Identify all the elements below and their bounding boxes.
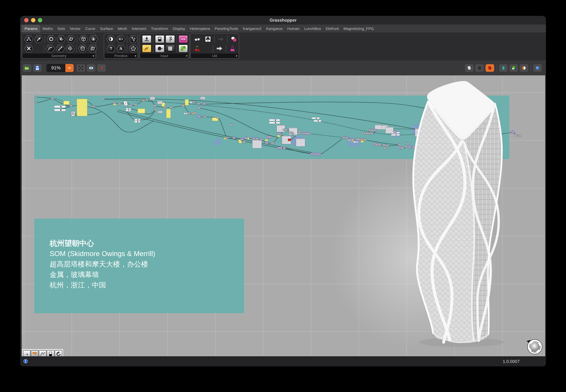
group-separator <box>177 44 177 53</box>
menu-tab-panelingtools[interactable]: PanelingTools <box>212 25 240 32</box>
component-cherry[interactable] <box>193 44 202 53</box>
menu-tab-elefront[interactable]: Elefront <box>323 25 341 32</box>
canvas[interactable]: 杭州望朝中心 SOM (Skidmore Owings & Merrill)超高… <box>22 75 545 356</box>
component-vector[interactable] <box>34 35 43 43</box>
panel-expand-arrow[interactable]: ▾ <box>236 54 237 58</box>
menu-tab-sets[interactable]: Sets <box>55 25 68 32</box>
component-treepath[interactable] <box>129 35 138 43</box>
menu-tab-heteroptera[interactable]: Heteroptera <box>188 25 212 32</box>
menu-tab-curve[interactable]: Curve <box>83 25 98 32</box>
menu-tab-surface[interactable]: Surface <box>98 25 115 32</box>
component-slider[interactable] <box>142 35 151 43</box>
component-cylinder[interactable] <box>78 44 87 53</box>
panel-expand-arrow[interactable]: ▾ <box>186 54 188 58</box>
project-info-line: 金属，玻璃幕墙 <box>50 269 155 280</box>
menu-tab-params[interactable]: Params <box>22 25 40 32</box>
blobteal-button[interactable] <box>499 64 508 72</box>
menu-tab-mesh[interactable]: Mesh <box>116 25 129 32</box>
component-arc[interactable] <box>46 44 55 53</box>
alert-icon[interactable] <box>23 358 29 365</box>
sphereorange-icon <box>521 65 527 71</box>
component-text[interactable]: A <box>116 44 125 53</box>
panel-util: Util▾ <box>190 33 239 59</box>
svg-text:7: 7 <box>110 46 112 51</box>
folder-button[interactable] <box>23 64 31 72</box>
title-bar[interactable]: Grasshopper <box>20 16 546 25</box>
component-jam[interactable] <box>229 35 238 43</box>
point-icon <box>26 36 32 42</box>
component-swatch[interactable] <box>179 44 188 53</box>
component-mesh[interactable] <box>89 35 98 43</box>
component-integer[interactable]: 7 <box>106 44 116 53</box>
component-boolean[interactable] <box>106 35 116 43</box>
menu-tab-display[interactable]: Display <box>170 25 188 32</box>
component-panel[interactable] <box>155 35 164 43</box>
component-field[interactable] <box>66 44 75 53</box>
component-line[interactable] <box>56 44 65 53</box>
menu-tab-intersect[interactable]: Intersect <box>129 25 149 32</box>
component-circle[interactable] <box>47 35 56 43</box>
menu-tab-magnetizing_fpg[interactable]: Magnetizing_FPG <box>341 25 376 32</box>
component-arrowdark[interactable] <box>216 35 226 43</box>
zoom-level-field[interactable]: 91% <box>46 64 65 72</box>
component-valuelist[interactable] <box>165 44 175 53</box>
menu-tab-maths[interactable]: Maths <box>40 25 55 32</box>
panel-row <box>142 44 188 53</box>
wiredraw-button[interactable] <box>39 350 46 356</box>
menu-tab-vector[interactable]: Vector <box>68 25 83 32</box>
menu-tab-kangaroo[interactable]: Kangaroo <box>264 25 285 32</box>
canvas-compass-ball[interactable] <box>523 336 543 356</box>
component-box[interactable] <box>79 35 88 43</box>
panel-row <box>24 44 97 53</box>
drip-button[interactable] <box>31 350 38 356</box>
panel-expand-arrow[interactable]: ▾ <box>135 54 136 58</box>
node-group-region[interactable] <box>34 96 509 159</box>
menu-tab-human[interactable]: Human <box>285 25 302 32</box>
drip-icon <box>32 351 38 356</box>
extents-icon <box>78 65 84 71</box>
component-surface[interactable] <box>88 44 97 53</box>
menu-tab-lunchbox[interactable]: LunchBox <box>302 25 323 32</box>
surface-icon <box>89 45 96 52</box>
cylred-icon <box>487 65 493 71</box>
component-xyz[interactable] <box>24 44 33 53</box>
blobgreen-button[interactable] <box>509 64 518 72</box>
eye-button[interactable] <box>87 64 95 72</box>
panel-row <box>192 44 238 53</box>
project-info-line: SOM (Skidmore Owings & Merrill) <box>50 249 155 259</box>
panel-row <box>24 35 98 43</box>
box-icon <box>80 36 87 42</box>
cylred-button[interactable] <box>486 64 494 72</box>
panel-label: Primitive <box>105 54 137 58</box>
component-glasses[interactable] <box>193 35 202 43</box>
project-info-group[interactable]: 杭州望朝中心 SOM (Skidmore Owings & Merrill)超高… <box>34 219 244 313</box>
component-spiral[interactable] <box>57 35 66 43</box>
component-scribble[interactable] <box>142 44 151 53</box>
component-arrowlight[interactable] <box>215 44 224 53</box>
component-knob[interactable] <box>155 44 164 53</box>
component-plane[interactable] <box>67 35 76 43</box>
blobgreen-icon <box>511 65 517 71</box>
pen-button[interactable] <box>97 64 106 72</box>
menu-tab-transform[interactable]: Transform <box>149 25 170 32</box>
group-separator <box>227 35 228 43</box>
floppy-button[interactable] <box>33 64 42 72</box>
component-treeimg[interactable] <box>203 35 213 43</box>
panelbw-button[interactable] <box>47 350 54 356</box>
minusx-button[interactable]: -x <box>23 350 30 356</box>
component-number[interactable]: 0.1 <box>116 35 125 43</box>
extents-button[interactable] <box>76 64 85 72</box>
timer-button[interactable] <box>55 350 62 356</box>
panel-expand-arrow[interactable]: ▾ <box>93 54 94 58</box>
component-mapper[interactable] <box>165 35 175 43</box>
sphereblue-button[interactable] <box>533 64 542 72</box>
component-point[interactable] <box>24 35 33 43</box>
component-graphmesh[interactable] <box>129 44 138 53</box>
menu-tab-kangaroo2[interactable]: Kangaroo2 <box>240 25 264 32</box>
component-gradient[interactable] <box>179 35 188 43</box>
cyldark-button[interactable] <box>475 64 484 72</box>
zoom-dropdown-button[interactable] <box>65 64 74 72</box>
component-flask[interactable] <box>228 44 237 53</box>
cylwhite-button[interactable] <box>465 64 474 72</box>
sphereorange-button[interactable] <box>520 64 528 72</box>
